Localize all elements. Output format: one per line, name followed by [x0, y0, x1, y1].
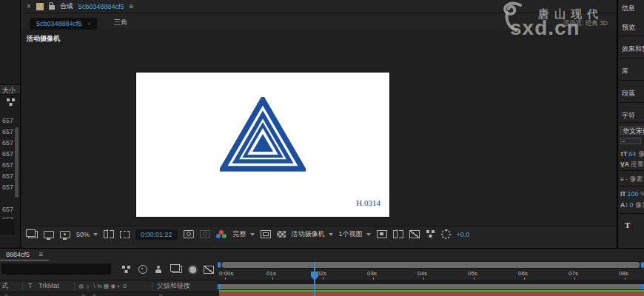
faux-bold-button[interactable]: T [625, 221, 630, 229]
pixel-aspect-icon[interactable] [393, 230, 403, 238]
vertical-scale-value[interactable]: 100 [628, 190, 639, 198]
channels-icon[interactable] [216, 230, 227, 238]
divider [618, 102, 644, 103]
layer-duration-bar[interactable] [219, 292, 644, 296]
project-size-cell: 657 [2, 206, 17, 213]
switch-icon: ◐ [117, 283, 121, 289]
project-scrollbar[interactable] [15, 127, 19, 198]
fast-previews-icon[interactable] [409, 230, 420, 238]
panel-tab-effects-presets[interactable]: 效果和预设 [622, 44, 644, 54]
panel-tab-preview[interactable]: 预览 [622, 23, 635, 33]
view-select[interactable]: 活动摄像机 [292, 229, 333, 239]
target-region-icon[interactable] [261, 230, 271, 238]
work-area-bar[interactable] [219, 284, 643, 289]
zoom-value: 50% [76, 231, 90, 238]
panel-tab-libraries[interactable]: 库 [622, 67, 628, 76]
chevron-left-icon[interactable]: ‹ [88, 20, 90, 27]
panel-tab-paragraph[interactable]: 段落 [622, 89, 635, 98]
comp-flowchart-icon[interactable] [426, 230, 435, 238]
view-layout-value: 1个视图 [339, 229, 363, 239]
composition-panel-tabbar: × 合成 5cb0348884cf5 ≡ [21, 0, 617, 13]
navigator-end-handle[interactable] [641, 262, 644, 268]
transparency-grid-icon[interactable] [277, 231, 286, 238]
project-size-column-header[interactable]: 大小 [0, 84, 20, 95]
layer-track[interactable] [218, 280, 644, 296]
view-value: 活动摄像机 [292, 229, 325, 239]
lock-icon[interactable] [49, 5, 55, 10]
parent-link-header[interactable]: 父级和链接 [157, 280, 190, 292]
font-size-control[interactable]: тT64 像素 [620, 149, 644, 159]
panel-tab-info[interactable]: 信息 [622, 4, 635, 13]
t-column-header[interactable]: T [28, 280, 33, 292]
vertical-scale-control[interactable]: IT100 % [620, 190, 644, 198]
navigator-start-handle[interactable] [218, 262, 221, 268]
divider [618, 122, 644, 123]
renderer-button[interactable]: 渲染器: 经典 3D [563, 19, 608, 28]
panel-menu-icon[interactable]: ≡ [39, 250, 44, 258]
divider [618, 186, 644, 186]
timeline-search-input[interactable] [1, 263, 111, 275]
motion-blur-icon[interactable] [189, 266, 196, 273]
mini-viewer-icon[interactable] [60, 231, 70, 238]
ruler-label: 07s [568, 270, 578, 277]
show-snapshot-icon[interactable] [200, 230, 210, 238]
mode-column-header[interactable]: 式 [1, 280, 8, 292]
shy-layers-icon[interactable] [155, 266, 162, 274]
ruler-label: 05s [468, 270, 477, 277]
divider [618, 170, 644, 171]
viewer-tab-composition[interactable]: 5cb0348884cf5 ‹ [30, 18, 97, 30]
zoom-select[interactable]: 50% [76, 231, 98, 238]
composition-viewer[interactable]: 活动摄像机 H.0314 [21, 30, 617, 226]
viewer-tabs: 5cb0348884cf5 ‹ 三角 [21, 14, 617, 30]
current-time-field[interactable]: 0:00:01:22 [135, 229, 178, 240]
close-icon[interactable]: × [27, 2, 31, 10]
ruler-label: 01s [266, 270, 276, 277]
navigator-bar[interactable] [222, 262, 640, 268]
panel-tab-character[interactable]: 字符 [622, 111, 635, 121]
baseline-shift-value[interactable]: 0 [629, 201, 633, 209]
timeline-track-area[interactable]: 0:00s 01s 02s 03s 04s 05s 06s 07s 08s [218, 260, 644, 296]
timeline-navigator[interactable] [218, 262, 644, 268]
exposure-value[interactable]: +0.0 [457, 231, 470, 238]
grid-guides-icon[interactable] [104, 230, 114, 238]
tracking-icon: ≡ [620, 175, 624, 183]
view-layout-select[interactable]: 1个视图 [339, 229, 371, 239]
frame-blend-icon[interactable] [172, 266, 182, 273]
tracking-control[interactable]: ≡- 像素 [620, 175, 644, 184]
panel-menu-icon[interactable]: ≡ [129, 2, 133, 10]
monitor-icon[interactable] [44, 231, 54, 238]
region-of-interest-icon[interactable] [120, 231, 130, 238]
font-style-select[interactable]: - [620, 138, 641, 144]
ruler-label: 0:00s [219, 270, 234, 277]
resolution-select[interactable]: 完整 [233, 229, 255, 239]
viewer-tab-triangle[interactable]: 三角 [107, 16, 134, 30]
tracking-value[interactable]: - [625, 175, 628, 183]
font-size-icon: тT [620, 150, 627, 158]
always-preview-icon[interactable] [28, 231, 38, 238]
baseline-shift-control[interactable]: A↕0 像素 [620, 201, 644, 210]
triangle-logo [220, 97, 306, 172]
chevron-down-icon [93, 233, 98, 236]
divider [618, 58, 644, 58]
draft-3d-icon[interactable] [138, 265, 147, 274]
timeline-tab-label: 8884cf5 [6, 251, 30, 258]
ruler-label: 04s [417, 270, 427, 277]
kerning-value[interactable]: 度量 [631, 161, 644, 168]
graph-editor-icon[interactable] [204, 266, 214, 274]
composition-canvas[interactable]: H.0314 [136, 73, 389, 217]
composition-name[interactable]: 5cb0348884cf5 [78, 3, 124, 10]
trkmat-column-header[interactable]: TrkMat [38, 280, 59, 292]
flowchart-icon[interactable] [6, 98, 16, 107]
kerning-control[interactable]: V̲A度量 [620, 160, 644, 169]
work-area-end-handle[interactable] [641, 284, 644, 289]
comp-mini-flowchart-icon[interactable] [121, 266, 131, 274]
work-area-start-handle[interactable] [218, 284, 221, 289]
timeline-tab[interactable]: 8884cf5 ≡ [0, 249, 49, 261]
share-view-icon[interactable] [377, 230, 387, 238]
exposure-reset-icon[interactable] [441, 229, 451, 239]
playhead[interactable] [314, 262, 315, 296]
chevron-down-icon [366, 233, 371, 236]
snapshot-icon[interactable] [184, 230, 194, 238]
font-family-select[interactable]: 华文宋体 [620, 127, 644, 135]
font-size-value[interactable]: 64 [628, 150, 636, 158]
